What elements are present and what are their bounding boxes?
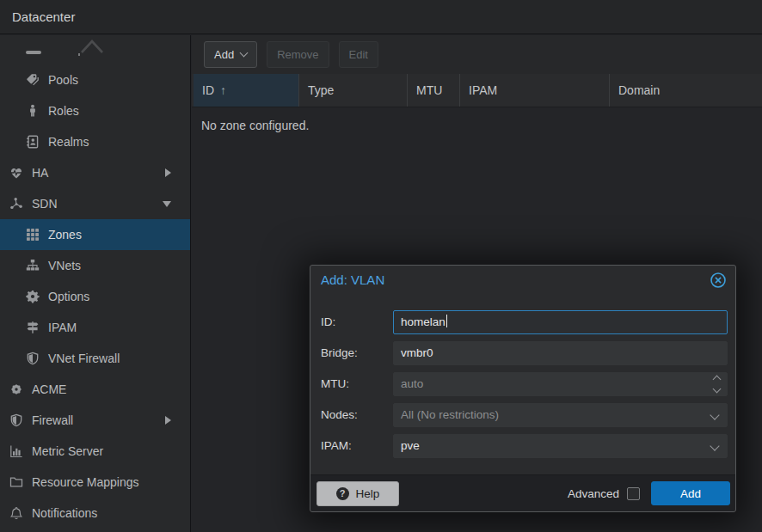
column-header-mtu[interactable]: MTU bbox=[408, 74, 460, 107]
network-icon bbox=[9, 197, 24, 211]
sidebar-item-label: VNets bbox=[48, 259, 81, 272]
bridge-label: Bridge: bbox=[321, 341, 393, 365]
sidebar-item-zones[interactable]: Zones bbox=[0, 219, 190, 250]
tags-icon bbox=[25, 73, 40, 87]
sidebar-item-firewall[interactable]: Firewall bbox=[0, 405, 190, 436]
chevron-up-icon bbox=[80, 39, 104, 54]
sidebar-item-options[interactable]: Options bbox=[0, 281, 190, 312]
cut-off-icon bbox=[26, 51, 41, 54]
dialog-add-button[interactable]: Add bbox=[651, 481, 730, 505]
address-book-icon bbox=[25, 135, 40, 149]
close-icon[interactable] bbox=[710, 272, 727, 289]
shield-icon bbox=[9, 413, 24, 427]
sidebar-item-sdn[interactable]: SDN bbox=[0, 188, 190, 219]
sidebar-item-resource-mappings[interactable]: Resource Mappings bbox=[0, 467, 190, 498]
sidebar-item-label: Options bbox=[48, 290, 89, 303]
dialog-title: Add: VLAN bbox=[321, 272, 384, 287]
id-input[interactable]: homelan bbox=[393, 310, 728, 334]
sidebar-item-label: Notifications bbox=[32, 506, 97, 520]
field-row-bridge: Bridge: vmbr0 bbox=[321, 341, 728, 372]
question-circle-icon bbox=[336, 487, 349, 500]
sort-ascending-icon bbox=[214, 83, 226, 97]
edit-button[interactable]: Edit bbox=[339, 41, 378, 68]
shield-icon bbox=[25, 352, 40, 365]
mtu-spinner[interactable]: auto bbox=[393, 372, 728, 396]
dialog-footer: Help Advanced Add bbox=[310, 474, 735, 511]
caret-right-icon[interactable] bbox=[165, 416, 171, 425]
sidebar-item-vnets[interactable]: VNets bbox=[0, 250, 190, 281]
field-row-id: ID: homelan bbox=[321, 310, 728, 341]
column-header-type[interactable]: Type bbox=[299, 74, 408, 107]
add-button[interactable]: Add bbox=[204, 41, 257, 68]
heartbeat-icon bbox=[9, 166, 24, 180]
spinner-down-icon[interactable] bbox=[713, 385, 722, 394]
sidebar-item-label: Pools bbox=[48, 73, 78, 87]
sidebar-item-label: VNet Firewall bbox=[48, 352, 120, 365]
column-header-ipam[interactable]: IPAM bbox=[460, 74, 610, 107]
sidebar-item-label: ACME bbox=[32, 382, 66, 396]
column-header-domain[interactable]: Domain bbox=[610, 74, 762, 107]
sidebar-item-roles[interactable]: Roles bbox=[0, 95, 190, 126]
ipam-select[interactable]: pve bbox=[393, 434, 728, 458]
sidebar-item-label: Realms bbox=[48, 135, 89, 149]
grid-icon bbox=[25, 228, 40, 242]
proxmox-datacenter-screen: Datacenter Pools Roles Realms bbox=[0, 0, 762, 532]
bell-icon bbox=[9, 506, 24, 520]
id-label: ID: bbox=[321, 310, 393, 334]
advanced-label: Advanced bbox=[568, 487, 619, 500]
caret-down-icon bbox=[240, 49, 249, 58]
caret-down-icon[interactable] bbox=[163, 201, 171, 207]
add-vlan-dialog: Add: VLAN ID: homelan Bridge: vmbr0 MTU: bbox=[310, 265, 736, 512]
sidebar-tree: Pools Roles Realms HA SDN bbox=[0, 35, 191, 532]
sidebar-item-ha[interactable]: HA bbox=[0, 157, 190, 188]
dialog-header[interactable]: Add: VLAN bbox=[310, 266, 735, 294]
zones-toolbar: Add Remove Edit bbox=[192, 35, 762, 74]
field-row-nodes: Nodes: All (No restrictions) bbox=[321, 403, 728, 434]
gear-icon bbox=[25, 290, 40, 303]
field-row-ipam: IPAM: pve bbox=[321, 434, 728, 465]
user-icon bbox=[25, 104, 40, 118]
nodes-label: Nodes: bbox=[321, 403, 393, 427]
sidebar-item-metric-server[interactable]: Metric Server bbox=[0, 436, 190, 467]
sidebar-item-label: Resource Mappings bbox=[32, 475, 139, 489]
sidebar-item-pools[interactable]: Pools bbox=[0, 64, 190, 95]
bridge-input[interactable]: vmbr0 bbox=[393, 341, 728, 365]
field-row-mtu: MTU: auto bbox=[321, 372, 728, 403]
chevron-down-icon bbox=[710, 410, 719, 419]
map-signs-icon bbox=[25, 321, 40, 334]
empty-table-message: No zone configured. bbox=[192, 107, 762, 132]
dialog-body: ID: homelan Bridge: vmbr0 MTU: auto bbox=[310, 294, 735, 474]
sidebar-item-label: Metric Server bbox=[32, 444, 103, 458]
top-bar: Datacenter bbox=[0, 0, 762, 34]
table-header: ID Type MTU IPAM Domain bbox=[192, 74, 762, 107]
sidebar-item-label: SDN bbox=[32, 197, 58, 211]
sidebar-item-label: Zones bbox=[48, 228, 82, 242]
sidebar-item-acme[interactable]: ACME bbox=[0, 374, 190, 405]
folder-icon bbox=[9, 475, 24, 489]
ipam-label: IPAM: bbox=[321, 434, 393, 458]
sidebar-item-label: HA bbox=[32, 166, 48, 180]
certificate-icon bbox=[9, 382, 24, 396]
help-button[interactable]: Help bbox=[316, 481, 399, 506]
spinner-up-icon[interactable] bbox=[713, 376, 722, 384]
sidebar-item-ipam[interactable]: IPAM bbox=[0, 312, 190, 343]
nodes-select[interactable]: All (No restrictions) bbox=[393, 403, 728, 427]
remove-button[interactable]: Remove bbox=[267, 41, 329, 68]
page-title: Datacenter bbox=[12, 9, 75, 24]
sidebar-item-label: Firewall bbox=[32, 413, 73, 427]
sidebar-item-label: Roles bbox=[48, 104, 79, 118]
sitemap-icon bbox=[25, 259, 40, 272]
sidebar-item-label: IPAM bbox=[48, 321, 77, 334]
sidebar-item-notifications[interactable]: Notifications bbox=[0, 498, 190, 529]
mtu-label: MTU: bbox=[321, 372, 393, 396]
sidebar-item-realms[interactable]: Realms bbox=[0, 126, 190, 157]
sidebar-item-partially-scrolled[interactable] bbox=[0, 35, 190, 64]
advanced-checkbox[interactable] bbox=[627, 487, 640, 500]
sidebar-item-vnet-firewall[interactable]: VNet Firewall bbox=[0, 343, 190, 374]
column-header-id[interactable]: ID bbox=[194, 74, 299, 107]
bar-chart-icon bbox=[9, 444, 24, 458]
chevron-down-icon bbox=[710, 441, 719, 450]
text-cursor bbox=[446, 315, 447, 327]
caret-right-icon[interactable] bbox=[165, 168, 171, 177]
